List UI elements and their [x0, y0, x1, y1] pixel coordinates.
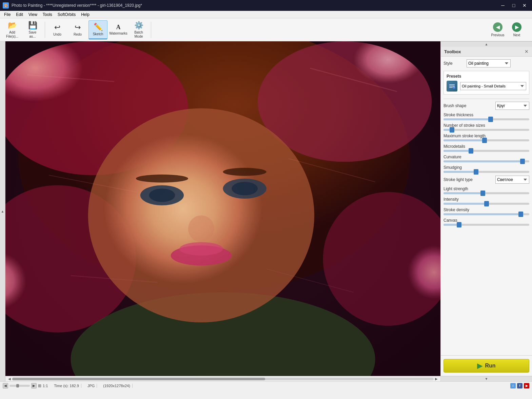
watermarks-label: Watermarks — [109, 32, 127, 36]
menu-softorbits[interactable]: SoftOrbits — [55, 12, 78, 18]
menu-edit[interactable]: Edit — [13, 12, 26, 18]
canvas-thumb[interactable] — [457, 222, 461, 227]
presets-icon — [447, 81, 457, 92]
stroke-thickness-slider[interactable] — [444, 118, 529, 120]
stroke-density-thumb[interactable] — [518, 212, 523, 217]
light-strength-slider[interactable] — [444, 192, 529, 194]
run-label: Run — [485, 363, 495, 369]
intensity-slider[interactable] — [444, 203, 529, 205]
stroke-density-row: Stroke density — [444, 207, 529, 215]
smudging-thumb[interactable] — [474, 169, 478, 175]
redo-button[interactable]: ↪ Redo — [68, 20, 87, 39]
save-as-button[interactable]: 💾 Saveas... — [23, 20, 42, 39]
curvature-thumb[interactable] — [520, 159, 525, 164]
num-stroke-sizes-row: Number of stroke sizes — [444, 123, 529, 131]
max-stroke-length-slider[interactable] — [444, 139, 529, 141]
menu-view[interactable]: View — [26, 12, 40, 18]
watermarks-button[interactable]: A Watermarks — [109, 20, 128, 39]
svg-point-14 — [188, 215, 214, 242]
info-icon[interactable]: i — [510, 383, 516, 388]
num-stroke-sizes-thumb[interactable] — [450, 127, 454, 133]
divider-1 — [444, 99, 529, 99]
dimensions-parens-close: ) — [129, 384, 130, 388]
previous-button[interactable]: ◀ Previous — [489, 20, 507, 39]
scroll-left-arrow[interactable]: ◀ — [7, 377, 12, 381]
brush-shape-select[interactable]: Круг Квадрат Эллипс — [495, 102, 529, 110]
maximize-button[interactable]: □ — [509, 2, 518, 9]
presets-label: Presets — [447, 74, 526, 79]
zoom-slider[interactable] — [9, 385, 30, 387]
svg-point-11 — [232, 182, 258, 195]
panel-collapse-button[interactable]: ▲ — [0, 41, 5, 381]
sketch-button[interactable]: ✏️ Sketch — [88, 20, 107, 39]
num-stroke-sizes-slider[interactable] — [444, 129, 529, 131]
run-button[interactable]: ▶ Run — [444, 359, 529, 373]
zoom-out-button[interactable]: ◀ — [3, 383, 8, 388]
stroke-light-type-select[interactable]: Светлое Тёмное Нет — [495, 176, 529, 184]
batch-mode-button[interactable]: ⚙️ BatchMode — [129, 20, 148, 39]
next-button[interactable]: ▶ Next — [508, 20, 526, 39]
svg-point-16 — [179, 242, 223, 255]
microdetails-thumb[interactable] — [469, 148, 473, 154]
close-button[interactable]: ✕ — [520, 2, 529, 9]
toolbox-scroll-up[interactable]: ▲ — [441, 41, 532, 47]
curvature-slider[interactable] — [444, 160, 529, 162]
window-controls: ─ □ ✕ — [498, 2, 529, 9]
youtube-icon[interactable]: ▶ — [524, 383, 529, 388]
smudging-fill — [444, 171, 476, 173]
smudging-slider[interactable] — [444, 171, 529, 173]
microdetails-row: Microdetails — [444, 144, 529, 152]
brush-shape-row: Brush shape Круг Квадрат Эллипс — [444, 102, 529, 110]
zoom-thumb[interactable] — [16, 384, 19, 387]
presets-select[interactable]: Oil painting - Small Details Oil paintin… — [460, 82, 526, 90]
undo-button[interactable]: ↩ Undo — [48, 20, 67, 39]
stroke-thickness-thumb[interactable] — [488, 117, 493, 122]
save-as-icon: 💾 — [28, 21, 37, 30]
main-area: ▲ — [0, 41, 532, 381]
intensity-row: Intensity — [444, 197, 529, 205]
style-select[interactable]: Oil painting Watercolor Pencil Sketch Ch… — [467, 59, 511, 67]
minimize-button[interactable]: ─ — [498, 2, 508, 9]
stroke-thickness-fill — [444, 118, 491, 120]
stroke-density-label: Stroke density — [444, 207, 529, 212]
style-row: Style Oil painting Watercolor Pencil Ske… — [444, 59, 529, 67]
previous-label: Previous — [491, 33, 505, 37]
toolbox-scroll-down[interactable]: ▼ — [441, 376, 532, 381]
menu-tools[interactable]: Tools — [40, 12, 55, 18]
zoom-in-button[interactable]: ▶ — [31, 383, 37, 388]
svg-point-13 — [223, 168, 267, 176]
time-label: Time (s): — [54, 384, 68, 388]
menu-file[interactable]: File — [1, 12, 13, 18]
scroll-right-arrow[interactable]: ▶ — [434, 377, 439, 381]
max-stroke-length-thumb[interactable] — [482, 138, 487, 143]
statusbar: ◀ ▶ ⊞ 1:1 Time (s): 182.9 JPG (1920x1278… — [0, 381, 532, 390]
watermarks-icon: A — [116, 24, 121, 31]
max-stroke-length-row: Maximum stroke length — [444, 134, 529, 141]
menu-help[interactable]: Help — [78, 12, 92, 18]
app-icon: 🎨 — [3, 2, 9, 8]
smudging-row: Smudging — [444, 165, 529, 173]
social-icons: i f ▶ — [510, 383, 529, 388]
scroll-track[interactable] — [12, 378, 434, 380]
stroke-density-fill — [444, 213, 521, 215]
facebook-icon[interactable]: f — [517, 383, 523, 388]
light-strength-thumb[interactable] — [480, 191, 485, 196]
horizontal-scrollbar[interactable]: ◀ ▶ — [5, 376, 440, 381]
toolbox-close-button[interactable]: ✕ — [525, 49, 529, 54]
stroke-density-slider[interactable] — [444, 213, 529, 215]
nav-section: ◀ Previous ▶ Next — [489, 20, 529, 39]
dimensions-value: 1920x1278x24 — [104, 384, 129, 388]
toolbox-content: Style Oil painting Watercolor Pencil Ske… — [441, 57, 532, 355]
add-file-button[interactable]: 📂 AddFile(s)... — [3, 20, 22, 39]
microdetails-slider[interactable] — [444, 150, 529, 152]
zoom-icon-fit[interactable]: ⊞ — [38, 383, 41, 388]
intensity-thumb[interactable] — [484, 201, 489, 206]
zoom-icon-1to1[interactable]: 1:1 — [43, 384, 48, 388]
stroke-thickness-label: Stroke thickness — [444, 113, 529, 117]
canvas-area[interactable] — [5, 41, 440, 376]
time-display: Time (s): 182.9 — [52, 384, 81, 388]
svg-point-12 — [136, 175, 188, 183]
presets-section: Presets Oil painting - Small Details — [444, 71, 529, 95]
canvas-slider[interactable] — [444, 224, 529, 226]
scroll-thumb[interactable] — [12, 378, 265, 380]
